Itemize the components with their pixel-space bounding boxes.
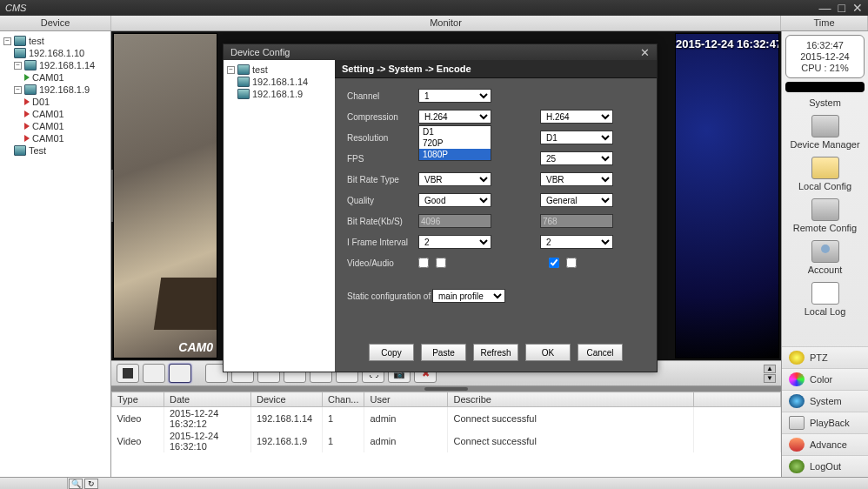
device-config-dialog: Device Config ✕ −test 192.168.1.14 192.1… (223, 44, 658, 372)
tree-device[interactable]: −192.168.1.14 (3, 59, 107, 71)
tree-root[interactable]: −test (3, 35, 107, 47)
label-channel: Channel (347, 91, 418, 101)
col-device[interactable]: Device (251, 392, 323, 407)
video-a-checkbox[interactable] (418, 258, 429, 268)
cpu-bar (785, 82, 865, 92)
table-row[interactable]: Video 2015-12-24 16:32:12 192.168.1.14 1… (112, 407, 781, 431)
table-row[interactable]: Video 2015-12-24 16:32:10 192.168.1.9 1 … (112, 430, 781, 452)
tree-camera[interactable]: CAM01 (3, 71, 107, 84)
refresh-icon[interactable]: ↻ (84, 479, 98, 489)
playback-button[interactable]: PlayBack (782, 412, 868, 433)
encode-form: Channel 1 Compression H.264 H.264 Resolu… (335, 78, 657, 337)
refresh-button[interactable]: Refresh (473, 344, 518, 361)
advance-button[interactable]: Advance (782, 433, 868, 455)
nvr-icon (14, 48, 26, 58)
dialog-titlebar[interactable]: Device Config ✕ (224, 44, 657, 60)
dropdown-option[interactable]: 1080P (419, 149, 491, 160)
iframe-a-select[interactable]: 2 (418, 235, 491, 249)
local-config-button[interactable]: Local Config (782, 151, 868, 193)
tree-root[interactable]: −test (227, 64, 331, 76)
video-cell[interactable]: 2015-12-24 16:32:47 (675, 33, 779, 358)
dialog-title: Device Config (230, 47, 290, 57)
tree-camera[interactable]: CAM01 (3, 120, 107, 132)
search-icon[interactable]: 🔍 (69, 479, 83, 489)
col-type[interactable]: Type (112, 392, 164, 407)
tab-device[interactable]: Device (0, 16, 111, 30)
local-log-button[interactable]: Local Log (782, 277, 868, 318)
col-user[interactable]: User (364, 392, 448, 407)
ptz-icon (789, 351, 805, 365)
cancel-button[interactable]: Cancel (578, 344, 623, 361)
resolution-b-select[interactable]: D1 (540, 131, 613, 144)
clock-date: 2015-12-24 (800, 51, 849, 62)
close-icon[interactable]: ✕ (852, 1, 863, 15)
splitter-handle[interactable] (111, 386, 781, 392)
tree-device[interactable]: 192.168.1.9 (227, 88, 331, 100)
quality-b-select[interactable]: General (540, 193, 613, 207)
layout-4-button[interactable] (143, 364, 165, 383)
label-resolution: Resolution (347, 133, 418, 143)
ptz-button[interactable]: PTZ (782, 346, 868, 368)
resolution-dropdown-list[interactable]: D1 720P 1080P (418, 125, 491, 161)
dialog-close-icon[interactable]: ✕ (640, 46, 650, 59)
tree-channel[interactable]: D01 (3, 96, 107, 108)
tree-camera[interactable]: CAM01 (3, 108, 107, 120)
video-b-checkbox[interactable] (549, 258, 559, 268)
maximize-icon[interactable]: □ (838, 1, 845, 15)
remote-config-icon (811, 198, 839, 221)
paste-button[interactable]: Paste (421, 344, 466, 361)
device-manager-button[interactable]: Device Manager (782, 110, 868, 151)
copy-button[interactable]: Copy (369, 344, 414, 361)
profile-select[interactable]: main profile (432, 289, 505, 303)
label-video-audio: Video/Audio (347, 258, 418, 268)
tree-device[interactable]: 192.168.1.14 (227, 76, 331, 88)
remote-config-button[interactable]: Remote Config (782, 193, 868, 235)
dropdown-option[interactable]: D1 (419, 126, 491, 137)
tree-device[interactable]: −192.168.1.9 (3, 84, 107, 96)
bitrate-b-input (540, 214, 613, 228)
col-channel[interactable]: Chan... (323, 392, 364, 407)
tree-device[interactable]: 192.168.1.10 (3, 47, 107, 59)
audio-a-checkbox[interactable] (436, 258, 446, 268)
section-system-header: System (782, 96, 868, 110)
scroll-down-icon[interactable]: ▼ (764, 374, 776, 383)
status-bar: 🔍 ↻ (0, 477, 868, 489)
compression-a-select[interactable]: H.264 (418, 110, 491, 124)
label-compression: Compression (347, 112, 418, 122)
scroll-up-icon[interactable]: ▲ (764, 365, 776, 373)
video-label: CAM0 (178, 340, 213, 354)
label-fps: FPS (347, 154, 418, 164)
col-extra[interactable] (694, 392, 781, 407)
logout-button[interactable]: LogOut (782, 455, 868, 477)
account-button[interactable]: Account (782, 235, 868, 277)
layout-1-button[interactable] (117, 364, 139, 383)
nvr-icon (14, 145, 26, 156)
layout-6-button[interactable] (169, 364, 191, 383)
bitrate-type-b-select[interactable]: VBR (540, 172, 613, 186)
camera-icon (24, 135, 30, 142)
iframe-b-select[interactable]: 2 (540, 235, 613, 249)
tab-monitor[interactable]: Monitor (111, 16, 781, 30)
tab-time[interactable]: Time (781, 16, 868, 30)
minimize-icon[interactable]: — (819, 1, 831, 15)
bitrate-type-a-select[interactable]: VBR (418, 172, 491, 186)
camera-icon (24, 111, 30, 117)
video-cell[interactable]: CAM0 (113, 33, 217, 358)
audio-b-checkbox[interactable] (566, 258, 577, 268)
tree-device[interactable]: Test (3, 144, 107, 157)
compression-b-select[interactable]: H.264 (540, 110, 613, 124)
col-date[interactable]: Date (164, 392, 251, 407)
system-button[interactable]: System (782, 390, 868, 412)
fps-b-select[interactable]: 25 (540, 151, 613, 165)
video-timestamp: 2015-12-24 16:32:47 (676, 37, 778, 50)
col-describe[interactable]: Describe (448, 392, 694, 407)
device-tree-panel: −test 192.168.1.10 −192.168.1.14 CAM01 −… (0, 31, 111, 477)
quality-a-select[interactable]: Good (418, 193, 491, 207)
ok-button[interactable]: OK (525, 344, 571, 361)
dropdown-option[interactable]: 720P (419, 137, 491, 149)
label-quality: Quality (347, 196, 418, 205)
channel-select[interactable]: 1 (418, 89, 491, 103)
color-button[interactable]: Color (782, 368, 868, 390)
tree-camera[interactable]: CAM01 (3, 132, 107, 144)
system-icon (789, 394, 805, 408)
